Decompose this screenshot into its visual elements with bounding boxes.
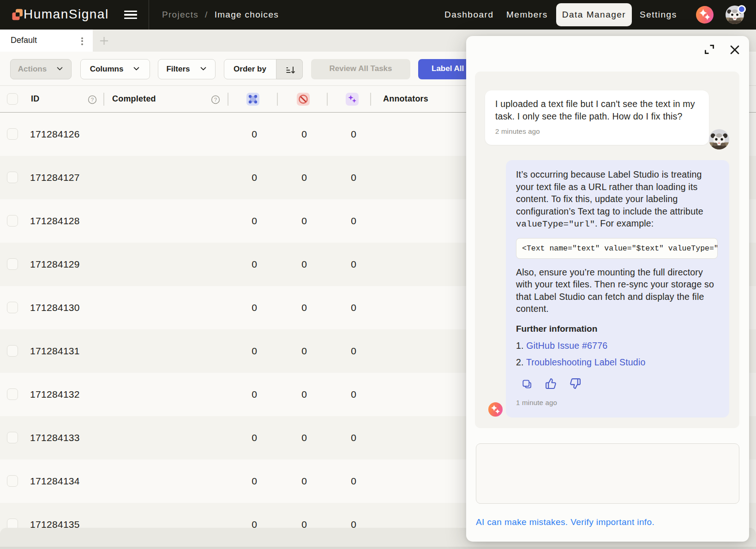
svg-text:?: ? (214, 97, 217, 102)
svg-text:?: ? (91, 97, 94, 102)
